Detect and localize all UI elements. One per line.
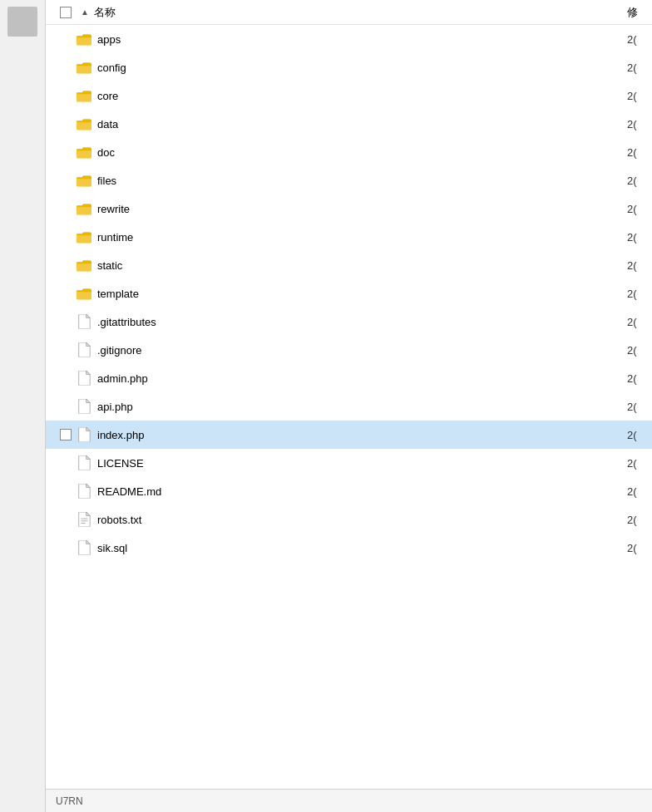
file-date-label: 2( <box>627 429 652 441</box>
list-item[interactable]: LICENSE2( <box>46 449 652 477</box>
row-checkbox[interactable] <box>60 429 72 440</box>
file-name-label: core <box>97 90 627 102</box>
list-item[interactable]: doc2( <box>46 138 652 166</box>
list-item[interactable]: robots.txt2( <box>46 505 652 534</box>
file-explorer: ▲ 名称 修 apps2( config2( <box>0 0 652 812</box>
file-date-label: 2( <box>627 203 652 215</box>
file-date-label: 2( <box>627 175 652 187</box>
file-date-label: 2( <box>627 146 652 159</box>
list-item[interactable]: static2( <box>46 251 652 279</box>
file-name-label: template <box>97 288 627 300</box>
file-date-label: 2( <box>627 231 652 244</box>
file-name-label: LICENSE <box>97 457 627 470</box>
list-item[interactable]: template2( <box>46 279 652 308</box>
file-icon <box>76 539 92 556</box>
file-date-label: 2( <box>627 62 652 74</box>
main-panel: ▲ 名称 修 apps2( config2( <box>46 0 652 812</box>
file-date-label: 2( <box>627 118 652 130</box>
file-date-label: 2( <box>627 457 652 470</box>
list-item[interactable]: runtime2( <box>46 223 652 251</box>
file-list: apps2( config2( core2( data2( <box>46 25 652 789</box>
folder-icon <box>76 229 92 245</box>
folder-icon <box>76 257 92 273</box>
column-header: ▲ 名称 修 <box>46 0 652 25</box>
list-item[interactable]: data2( <box>46 110 652 138</box>
file-date-label: 2( <box>627 259 652 272</box>
file-icon <box>76 511 92 528</box>
file-icon <box>76 398 92 415</box>
list-item[interactable]: sik.sql2( <box>46 534 652 562</box>
file-name-label: data <box>97 118 627 130</box>
file-name-label: rewrite <box>97 203 627 215</box>
left-panel-item <box>7 7 37 37</box>
file-icon <box>76 370 92 386</box>
file-name-label: .gitignore <box>97 344 627 357</box>
folder-icon <box>76 172 92 189</box>
file-name-label: sik.sql <box>97 542 627 554</box>
list-item[interactable]: .gitattributes2( <box>46 308 652 336</box>
folder-icon <box>76 87 92 104</box>
file-name-label: doc <box>97 146 627 159</box>
file-date-label: 2( <box>627 401 652 413</box>
file-name-label: runtime <box>97 231 627 244</box>
folder-icon <box>76 116 92 132</box>
list-item[interactable]: README.md2( <box>46 477 652 505</box>
row-checkbox-cell[interactable] <box>56 429 76 440</box>
file-date-label: 2( <box>627 316 652 328</box>
file-icon <box>76 483 92 500</box>
file-name-label: robots.txt <box>97 514 627 526</box>
file-date-label: 2( <box>627 485 652 498</box>
list-item[interactable]: files2( <box>46 166 652 194</box>
list-item[interactable]: core2( <box>46 81 652 110</box>
bottom-bar: U7RN <box>46 789 652 812</box>
list-item[interactable]: config2( <box>46 53 652 81</box>
file-icon <box>76 426 92 443</box>
file-date-label: 2( <box>627 90 652 102</box>
file-icon <box>76 455 92 471</box>
name-column-label: 名称 <box>94 5 116 20</box>
file-name-label: files <box>97 175 627 187</box>
list-item[interactable]: api.php2( <box>46 392 652 421</box>
header-checkbox[interactable] <box>60 7 72 18</box>
sort-arrow-icon: ▲ <box>81 7 89 17</box>
file-name-label: apps <box>97 33 627 46</box>
file-name-label: index.php <box>97 429 627 441</box>
file-date-label: 2( <box>627 33 652 46</box>
file-name-label: admin.php <box>97 372 627 385</box>
left-panel <box>0 0 46 812</box>
file-name-label: README.md <box>97 485 627 498</box>
list-item[interactable]: index.php2( <box>46 421 652 449</box>
file-name-label: config <box>97 62 627 74</box>
list-item[interactable]: apps2( <box>46 25 652 53</box>
file-name-label: api.php <box>97 401 627 413</box>
list-item[interactable]: admin.php2( <box>46 364 652 392</box>
list-item[interactable]: rewrite2( <box>46 194 652 223</box>
list-item[interactable]: .gitignore2( <box>46 336 652 364</box>
header-checkbox-cell[interactable] <box>56 7 76 18</box>
file-date-label: 2( <box>627 288 652 300</box>
file-name-label: static <box>97 259 627 272</box>
file-date-label: 2( <box>627 372 652 385</box>
modified-column-header: 修 <box>627 5 652 20</box>
folder-icon <box>76 144 92 160</box>
folder-icon <box>76 59 92 76</box>
folder-icon <box>76 200 92 217</box>
file-date-label: 2( <box>627 542 652 554</box>
file-date-label: 2( <box>627 344 652 357</box>
file-icon <box>76 342 92 358</box>
file-date-label: 2( <box>627 514 652 526</box>
folder-icon <box>76 285 92 302</box>
name-column-header: ▲ 名称 <box>46 5 627 20</box>
file-icon <box>76 313 92 330</box>
file-name-label: .gitattributes <box>97 316 627 328</box>
bottom-label: U7RN <box>56 795 83 807</box>
folder-icon <box>76 31 92 47</box>
